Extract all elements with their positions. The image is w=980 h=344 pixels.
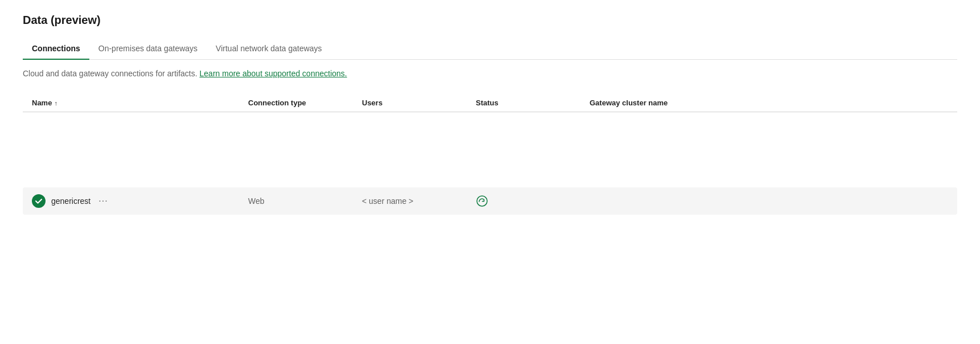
tab-on-premises[interactable]: On-premises data gateways <box>89 38 207 60</box>
cell-name: genericrest ··· <box>32 194 248 208</box>
cell-status <box>476 195 590 207</box>
more-options-button[interactable]: ··· <box>98 196 108 206</box>
column-header-gateway-cluster-name: Gateway cluster name <box>590 99 948 107</box>
sort-arrow-icon: ↑ <box>54 100 57 107</box>
tab-connections[interactable]: Connections <box>23 38 89 60</box>
column-header-connection-type: Connection type <box>248 99 362 107</box>
table-container: Name ↑ Connection type Users Status Gate… <box>23 94 957 215</box>
column-header-name: Name ↑ <box>32 99 248 107</box>
tab-virtual-network[interactable]: Virtual network data gateways <box>207 38 331 60</box>
description-row: Cloud and data gateway connections for a… <box>23 69 957 78</box>
empty-rows-spacer <box>23 117 957 185</box>
page-container: Data (preview) Connections On-premises d… <box>0 0 980 228</box>
cell-connection-type: Web <box>248 196 362 206</box>
tabs-container: Connections On-premises data gateways Vi… <box>23 38 957 60</box>
page-title: Data (preview) <box>23 14 957 27</box>
connection-name: genericrest <box>51 196 90 206</box>
description-text: Cloud and data gateway connections for a… <box>23 69 197 78</box>
cell-users: < user name > <box>362 196 476 206</box>
refresh-status-icon <box>476 195 488 207</box>
table-row: genericrest ··· Web < user name > <box>23 187 957 215</box>
column-header-status: Status <box>476 99 590 107</box>
learn-more-link[interactable]: Learn more about supported connections. <box>200 69 347 78</box>
column-header-users: Users <box>362 99 476 107</box>
table-header: Name ↑ Connection type Users Status Gate… <box>23 94 957 112</box>
table-body: genericrest ··· Web < user name > <box>23 117 957 215</box>
status-check-icon <box>32 194 46 208</box>
